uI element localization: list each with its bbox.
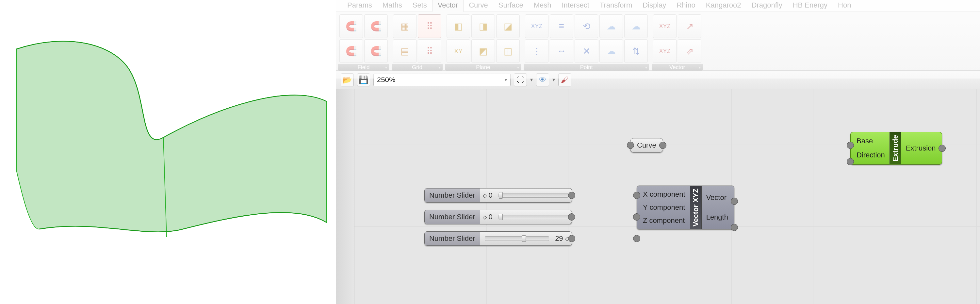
zoom-extents-button[interactable]: ⛶ [514, 73, 527, 86]
populate-2d-icon: ⠿ [422, 19, 437, 34]
number-slider-1[interactable]: Number Slider ◇0 [424, 188, 572, 203]
output-grip[interactable] [568, 235, 575, 242]
tab-params[interactable]: Params [342, 0, 377, 11]
tab-curve[interactable]: Curve [463, 0, 493, 11]
input-grip-y[interactable] [633, 213, 640, 221]
point-closest-button[interactable]: ⟲ [574, 14, 598, 38]
curve-param-component[interactable]: Curve [630, 138, 663, 152]
ribbon-group-grid: ▦ ▤ ⠿ ⠿ Grid [392, 13, 442, 70]
distance-icon: ↔ [554, 44, 569, 58]
slider-thumb[interactable] [499, 214, 503, 220]
output-grip-vector[interactable] [731, 198, 738, 205]
grid-populate3d-button[interactable]: ⠿ [418, 39, 441, 63]
point-sort-button[interactable]: ⇅ [624, 39, 648, 63]
tab-dragonfly[interactable]: Dragonfly [746, 0, 788, 11]
input-direction[interactable]: Direction [856, 149, 885, 161]
grid-square-button[interactable]: ▦ [393, 14, 417, 38]
point-construct-button[interactable]: XYZ [525, 14, 549, 38]
point-numbers-button[interactable]: ≡ [550, 14, 573, 38]
point-cull-button[interactable]: ✕ [574, 39, 598, 63]
document-toolbar: 📂 💾 250% ▾ ⛶ ▾ 👁 ▾ 🖌 [336, 71, 980, 89]
zoom-combobox[interactable]: 250% ▾ [373, 74, 511, 86]
input-grip-base[interactable] [847, 142, 854, 149]
tab-kangaroo2[interactable]: Kangaroo2 [701, 0, 746, 11]
point-distance-button[interactable]: ↔ [550, 39, 573, 63]
output-vector[interactable]: Vector [706, 192, 728, 204]
tab-intersect[interactable]: Intersect [556, 0, 594, 11]
tab-vector[interactable]: Vector [432, 0, 463, 12]
output-grip[interactable] [568, 192, 575, 199]
plane-normal-button[interactable]: ◫ [496, 39, 520, 63]
point-project-button[interactable]: ☁ [624, 14, 648, 38]
grid-populate2d-button[interactable]: ⠿ [418, 14, 441, 38]
tab-hon[interactable]: Hon [833, 0, 856, 11]
slider-label: Number Slider [425, 210, 480, 224]
dropdown-arrow-icon-2[interactable]: ▾ [552, 77, 555, 83]
output-grip-extrusion[interactable] [939, 145, 946, 152]
output-grip[interactable] [659, 142, 667, 149]
ribbon-label-vector[interactable]: Vector [652, 64, 703, 71]
slider-track[interactable] [498, 214, 568, 219]
plane-construct-button[interactable]: ◨ [471, 14, 495, 38]
open-file-button[interactable]: 📂 [341, 73, 354, 86]
save-file-button[interactable]: 💾 [357, 73, 370, 86]
input-z[interactable]: Z component [643, 214, 685, 227]
input-base[interactable]: Base [856, 135, 885, 147]
ribbon-label-grid[interactable]: Grid [392, 64, 442, 71]
point-deconstruct-button[interactable]: ⋮ [525, 39, 549, 63]
sketch-button[interactable]: 🖌 [558, 73, 571, 86]
output-extrusion[interactable]: Extrusion [906, 142, 936, 154]
plane-xy-button[interactable]: ◧ [447, 14, 470, 38]
plane-origin-button[interactable]: ◩ [471, 39, 495, 63]
output-length[interactable]: Length [706, 211, 728, 224]
point-cloud2-button[interactable]: ☁ [600, 39, 623, 63]
field-point-charge-button[interactable]: 🧲 [339, 14, 363, 38]
zoom-value: 250% [377, 75, 395, 84]
vector-2pt-button[interactable]: ↗ [678, 14, 702, 38]
input-x[interactable]: X component [643, 188, 685, 201]
tab-display[interactable]: Display [637, 0, 671, 11]
brush-icon: 🖌 [561, 75, 569, 85]
slider-thumb[interactable] [499, 192, 503, 198]
vector-unit-button[interactable]: XYZ [653, 39, 676, 63]
output-grip[interactable] [568, 213, 575, 221]
ribbon-label-field[interactable]: Field [338, 64, 389, 71]
ribbon-label-plane[interactable]: Plane [445, 64, 521, 71]
slider-track[interactable] [485, 236, 549, 241]
dropdown-arrow-icon[interactable]: ▾ [530, 77, 533, 83]
output-grip-length[interactable] [731, 224, 738, 231]
plane-xz-button[interactable]: XY [447, 39, 470, 63]
number-slider-2[interactable]: Number Slider ◇0 [424, 210, 572, 224]
ribbon-label-point[interactable]: Point [523, 64, 649, 71]
tab-rhino[interactable]: Rhino [671, 0, 700, 11]
tab-sets[interactable]: Sets [407, 0, 432, 11]
field-merge-button[interactable]: 🧲 [339, 39, 363, 63]
grid-rectangular-button[interactable]: ▤ [393, 39, 417, 63]
input-grip[interactable] [627, 142, 634, 149]
input-grip-z[interactable] [633, 235, 640, 242]
rhino-viewport[interactable] [0, 0, 336, 304]
preview-toggle-button[interactable]: 👁 [536, 73, 549, 86]
input-y[interactable]: Y component [643, 201, 685, 214]
input-grip-x[interactable] [633, 192, 640, 199]
vector-xyz-button[interactable]: XYZ [653, 14, 676, 38]
vector-amp-button[interactable]: ⇗ [678, 39, 702, 63]
plane-3pt-button[interactable]: ◪ [496, 14, 520, 38]
number-slider-3[interactable]: Number Slider 29◇ [424, 231, 572, 246]
field-spin-button[interactable]: 🧲 [364, 39, 388, 63]
tab-surface[interactable]: Surface [493, 0, 528, 11]
slider-track[interactable] [498, 193, 568, 198]
input-grip-direction[interactable] [847, 158, 854, 165]
slider-thumb[interactable] [522, 235, 526, 242]
point-cloud-button[interactable]: ☁ [600, 14, 623, 38]
tab-transform[interactable]: Transform [595, 0, 637, 11]
tab-hb-energy[interactable]: HB Energy [788, 0, 833, 11]
extrude-component[interactable]: Base Direction Extrude Extrusion [850, 132, 942, 165]
tab-maths[interactable]: Maths [377, 0, 407, 11]
ribbon-group-vector: XYZ XYZ ↗ ⇗ Vector [652, 13, 703, 70]
grasshopper-canvas[interactable]: Curve Number Slider ◇0 Number Slider ◇0 … [336, 89, 980, 304]
tab-mesh[interactable]: Mesh [528, 0, 557, 11]
vector-xyz-component[interactable]: X component Y component Z component Vect… [637, 186, 734, 229]
field-line-charge-button[interactable]: 🧲 [364, 14, 388, 38]
extruded-surface-preview [0, 0, 336, 304]
